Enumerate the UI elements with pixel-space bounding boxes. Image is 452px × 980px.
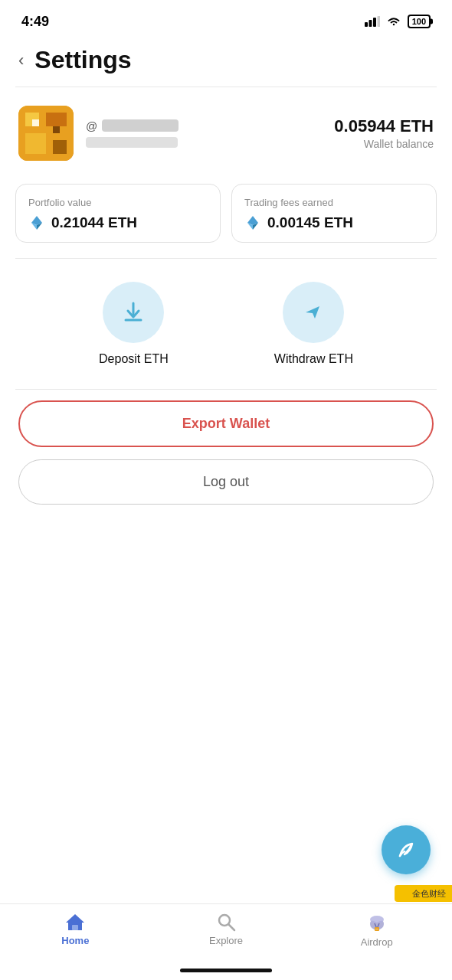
svg-rect-3 xyxy=(377,16,380,27)
header: ‹ Settings xyxy=(0,38,452,87)
home-icon xyxy=(64,912,86,932)
status-time: 4:49 xyxy=(21,14,49,30)
back-button[interactable]: ‹ xyxy=(18,51,24,70)
wifi-icon xyxy=(386,16,401,27)
deposit-icon xyxy=(120,299,147,326)
nav-home[interactable]: Home xyxy=(0,912,151,946)
fab-button[interactable] xyxy=(382,825,431,874)
trading-fees-value: 0.00145 ETH xyxy=(244,214,424,231)
nav-home-label: Home xyxy=(61,935,89,946)
svg-rect-0 xyxy=(365,22,368,27)
logout-button[interactable]: Log out xyxy=(18,459,434,505)
explore-icon xyxy=(216,912,236,932)
svg-rect-2 xyxy=(373,18,376,27)
trading-fees-label: Trading fees earned xyxy=(244,197,424,208)
svg-rect-8 xyxy=(53,140,67,154)
profile-left: @ xyxy=(18,106,179,161)
nav-airdrop-label: Airdrop xyxy=(361,936,393,948)
withdraw-circle xyxy=(283,282,344,343)
wallet-amount: 0.05944 ETH xyxy=(334,116,434,136)
wallet-balance: 0.05944 ETH Wallet balance xyxy=(334,116,434,150)
portfolio-amount: 0.21044 ETH xyxy=(51,214,137,231)
profile-info: @ xyxy=(86,119,179,148)
avatar xyxy=(18,106,74,161)
page-title: Settings xyxy=(34,46,131,74)
withdraw-label: Withdraw ETH xyxy=(274,352,353,366)
svg-rect-10 xyxy=(53,126,60,133)
status-icons: 100 xyxy=(365,15,431,28)
svg-rect-6 xyxy=(46,113,67,126)
portfolio-card: Portfolio value 0.21044 ETH xyxy=(15,184,221,243)
status-bar: 4:49 100 xyxy=(0,0,452,38)
deposit-eth-action[interactable]: Deposit ETH xyxy=(99,282,169,366)
fab-icon xyxy=(394,838,418,862)
deposit-circle xyxy=(103,282,164,343)
buttons-section: Export Wallet Log out xyxy=(0,390,452,517)
svg-rect-1 xyxy=(368,20,372,27)
trading-fees-card: Trading fees earned 0.00145 ETH xyxy=(231,184,437,243)
svg-rect-7 xyxy=(25,133,46,154)
signal-icon xyxy=(365,16,380,27)
eth-diamond-icon xyxy=(28,214,45,231)
address-blur xyxy=(86,137,178,148)
svg-line-19 xyxy=(229,925,235,931)
svg-rect-9 xyxy=(32,119,39,126)
stats-row: Portfolio value 0.21044 ETH Trading fees… xyxy=(0,176,452,258)
profile-section: @ 0.05944 ETH Wallet balance xyxy=(0,87,452,176)
svg-rect-22 xyxy=(375,929,378,929)
deposit-label: Deposit ETH xyxy=(99,352,169,366)
eth-diamond-icon-2 xyxy=(244,214,261,231)
portfolio-value: 0.21044 ETH xyxy=(28,214,208,231)
username-blur xyxy=(102,119,179,132)
username-row: @ xyxy=(86,119,179,132)
wallet-label: Wallet balance xyxy=(334,138,434,150)
home-indicator xyxy=(180,969,272,972)
trading-fees-amount: 0.00145 ETH xyxy=(267,214,353,231)
withdraw-eth-action[interactable]: Withdraw ETH xyxy=(274,282,353,366)
actions-section: Deposit ETH Withdraw ETH xyxy=(0,259,452,389)
nav-explore-label: Explore xyxy=(209,935,243,946)
svg-rect-17 xyxy=(72,925,78,930)
watermark: ▣ 金色财经 xyxy=(395,885,452,902)
export-wallet-button[interactable]: Export Wallet xyxy=(18,400,434,447)
svg-point-20 xyxy=(370,916,384,923)
nav-explore[interactable]: Explore xyxy=(151,912,302,946)
airdrop-icon xyxy=(365,912,388,933)
withdraw-icon xyxy=(300,299,327,326)
battery-icon: 100 xyxy=(408,15,431,28)
nav-airdrop[interactable]: Airdrop xyxy=(301,912,452,948)
portfolio-label: Portfolio value xyxy=(28,197,208,208)
